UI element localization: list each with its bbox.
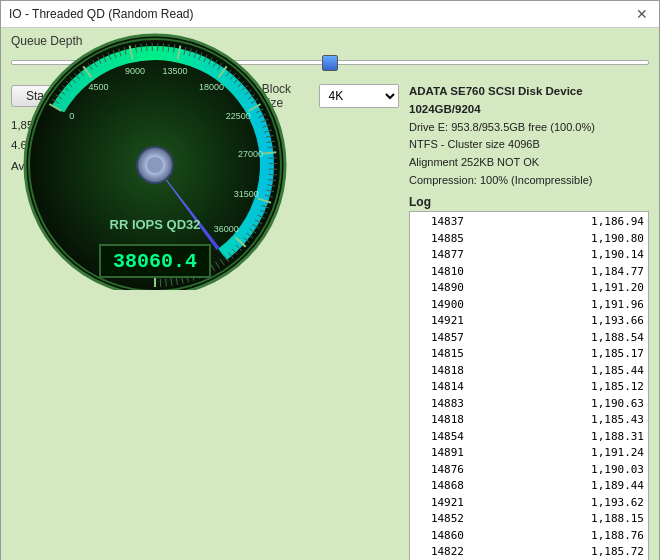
log-col2: 1,184.77 [574, 264, 644, 281]
log-row: 148911,191.24 [414, 445, 644, 462]
log-col2: 1,191.20 [574, 280, 644, 297]
log-col1: 14857 [414, 330, 464, 347]
device-alignment: Alignment 252KB NOT OK [409, 154, 649, 172]
log-row: 148901,191.20 [414, 280, 644, 297]
log-col2: 1,190.80 [574, 231, 644, 248]
log-row: 148541,188.31 [414, 429, 644, 446]
log-col2: 1,191.96 [574, 297, 644, 314]
log-col1: 14890 [414, 280, 464, 297]
log-row: 148601,188.76 [414, 528, 644, 545]
log-col1: 14860 [414, 528, 464, 545]
log-col1: 14877 [414, 247, 464, 264]
log-row: 148151,185.17 [414, 346, 644, 363]
log-row: 148181,185.44 [414, 363, 644, 380]
log-col1: 14815 [414, 346, 464, 363]
log-col1: 14868 [414, 478, 464, 495]
main-content: Start ScreenShot Update Block size 512 1… [1, 76, 659, 560]
log-col2: 1,185.17 [574, 346, 644, 363]
log-row: 148181,185.43 [414, 412, 644, 429]
log-col1: 14837 [414, 214, 464, 231]
gauge-area [11, 181, 399, 560]
log-col2: 1,191.24 [574, 445, 644, 462]
device-compression: Compression: 100% (Incompressible) [409, 172, 649, 190]
log-row: 148571,188.54 [414, 330, 644, 347]
slider-thumb[interactable] [322, 55, 338, 71]
log-col1: 14900 [414, 297, 464, 314]
device-title: ADATA SE760 SCSI Disk Device 1024GB/9204 [409, 82, 649, 119]
log-row: 148761,190.03 [414, 462, 644, 479]
log-col2: 1,190.63 [574, 396, 644, 413]
log-col1: 14818 [414, 412, 464, 429]
device-ntfs: NTFS - Cluster size 4096B [409, 136, 649, 154]
log-row: 148101,184.77 [414, 264, 644, 281]
main-window: IO - Threaded QD (Random Read) ✕ Queue D… [0, 0, 660, 560]
log-col2: 1,188.54 [574, 330, 644, 347]
log-col1: 14876 [414, 462, 464, 479]
gauge-canvas [0, 0, 320, 290]
log-col1: 14891 [414, 445, 464, 462]
log-row: 148141,185.12 [414, 379, 644, 396]
log-row: 149211,193.66 [414, 313, 644, 330]
log-row: 148521,188.15 [414, 511, 644, 528]
right-panel: ADATA SE760 SCSI Disk Device 1024GB/9204… [409, 82, 649, 560]
log-col1: 14921 [414, 495, 464, 512]
log-col1: 14818 [414, 363, 464, 380]
log-col2: 1,190.03 [574, 462, 644, 479]
log-col2: 1,185.72 [574, 544, 644, 560]
log-row: 148771,190.14 [414, 247, 644, 264]
log-box[interactable]: 148371,186.94148851,190.80148771,190.141… [409, 211, 649, 560]
device-info: ADATA SE760 SCSI Disk Device 1024GB/9204… [409, 82, 649, 189]
log-col1: 14810 [414, 264, 464, 281]
log-row: 148221,185.72 [414, 544, 644, 560]
log-col2: 1,185.12 [574, 379, 644, 396]
log-col1: 14854 [414, 429, 464, 446]
log-col2: 1,193.66 [574, 313, 644, 330]
log-row: 149001,191.96 [414, 297, 644, 314]
log-label: Log [409, 195, 649, 209]
log-row: 148371,186.94 [414, 214, 644, 231]
block-size-select[interactable]: 512 1K 2K 4K 8K 16K 32K 64K [319, 84, 399, 108]
log-row: 148681,189.44 [414, 478, 644, 495]
log-row: 148831,190.63 [414, 396, 644, 413]
left-panel: Start ScreenShot Update Block size 512 1… [11, 82, 399, 560]
close-button[interactable]: ✕ [633, 5, 651, 23]
log-col1: 14814 [414, 379, 464, 396]
log-col2: 1,186.94 [574, 214, 644, 231]
log-col2: 1,188.31 [574, 429, 644, 446]
log-row: 149211,193.62 [414, 495, 644, 512]
log-col1: 14921 [414, 313, 464, 330]
log-col2: 1,189.44 [574, 478, 644, 495]
log-col2: 1,190.14 [574, 247, 644, 264]
device-drive: Drive E: 953.8/953.5GB free (100.0%) [409, 119, 649, 137]
log-col1: 14883 [414, 396, 464, 413]
log-col2: 1,185.44 [574, 363, 644, 380]
log-col1: 14852 [414, 511, 464, 528]
log-col1: 14885 [414, 231, 464, 248]
log-col1: 14822 [414, 544, 464, 560]
log-col2: 1,188.15 [574, 511, 644, 528]
log-col2: 1,188.76 [574, 528, 644, 545]
log-col2: 1,193.62 [574, 495, 644, 512]
log-row: 148851,190.80 [414, 231, 644, 248]
log-col2: 1,185.43 [574, 412, 644, 429]
